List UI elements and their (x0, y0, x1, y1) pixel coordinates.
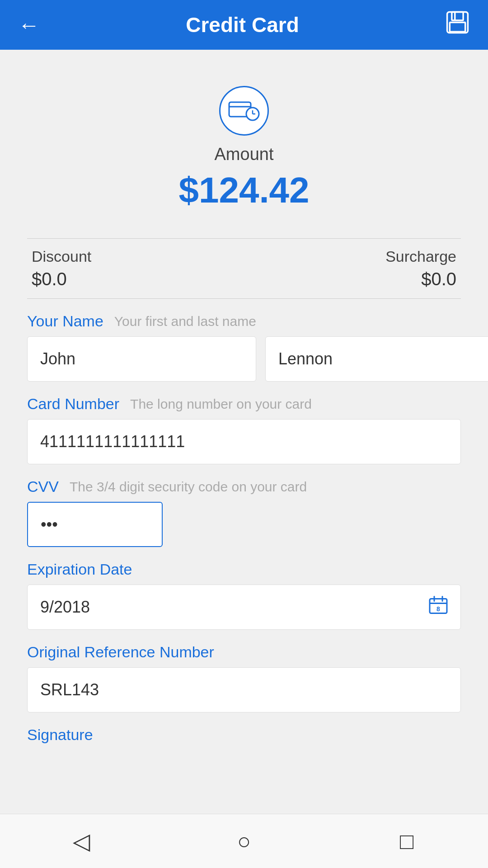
expiration-wrapper: 8 (27, 585, 461, 630)
main-content: Amount $124.42 Discount $0.0 Surcharge $… (0, 50, 488, 784)
cvv-hint: The 3/4 digit security code on your card (70, 479, 307, 495)
fields-divider (27, 298, 461, 299)
discount-item: Discount $0.0 (32, 248, 91, 289)
original-reference-label: Original Reference Number (27, 643, 214, 661)
original-reference-label-row: Original Reference Number (27, 643, 461, 661)
expiration-date-group: Expiration Date 8 (27, 561, 461, 630)
amount-divider (27, 238, 461, 239)
card-number-group: Card Number The long number on your card (27, 395, 461, 464)
expiration-date-label-row: Expiration Date (27, 561, 461, 578)
original-reference-input[interactable] (27, 667, 461, 712)
nav-back-button[interactable]: ◁ (54, 823, 108, 859)
svg-rect-2 (450, 22, 465, 32)
expiration-date-input[interactable] (27, 585, 461, 630)
back-button[interactable]: ← (18, 13, 40, 38)
amount-value: $124.42 (178, 170, 309, 211)
expiration-date-label: Expiration Date (27, 561, 132, 578)
name-inputs-row (27, 336, 461, 382)
nav-home-button[interactable]: ○ (217, 823, 271, 859)
card-number-hint: The long number on your card (130, 396, 312, 412)
cvv-label-row: CVV The 3/4 digit security code on your … (27, 478, 461, 495)
save-button[interactable] (445, 10, 470, 40)
amount-icon (219, 86, 269, 136)
card-number-label-row: Card Number The long number on your card (27, 395, 461, 413)
your-name-label-row: Your Name Your first and last name (27, 312, 461, 330)
surcharge-label: Surcharge (385, 248, 456, 265)
cvv-label: CVV (27, 478, 59, 495)
svg-rect-1 (452, 12, 463, 20)
discount-value: $0.0 (32, 269, 91, 289)
last-name-input[interactable] (265, 336, 488, 382)
form-section: Your Name Your first and last name Card … (27, 312, 461, 744)
first-name-input[interactable] (27, 336, 256, 382)
nav-recent-button[interactable]: □ (380, 823, 434, 859)
cvv-input[interactable] (27, 502, 163, 547)
signature-group: Signature (27, 726, 461, 744)
surcharge-item: Surcharge $0.0 (385, 248, 456, 289)
discount-surcharge-row: Discount $0.0 Surcharge $0.0 (27, 248, 461, 289)
signature-label: Signature (27, 726, 93, 743)
page-title: Credit Card (186, 13, 299, 37)
app-header: ← Credit Card (0, 0, 488, 50)
card-number-input[interactable] (27, 419, 461, 464)
your-name-hint: Your first and last name (114, 314, 256, 329)
discount-label: Discount (32, 248, 91, 265)
cvv-group: CVV The 3/4 digit security code on your … (27, 478, 461, 547)
your-name-label: Your Name (27, 312, 103, 330)
card-number-label: Card Number (27, 395, 119, 413)
amount-label: Amount (215, 145, 274, 164)
your-name-group: Your Name Your first and last name (27, 312, 461, 382)
surcharge-value: $0.0 (421, 269, 456, 289)
original-reference-group: Original Reference Number (27, 643, 461, 712)
bottom-navigation: ◁ ○ □ (0, 814, 488, 868)
amount-section: Amount $124.42 (27, 68, 461, 229)
